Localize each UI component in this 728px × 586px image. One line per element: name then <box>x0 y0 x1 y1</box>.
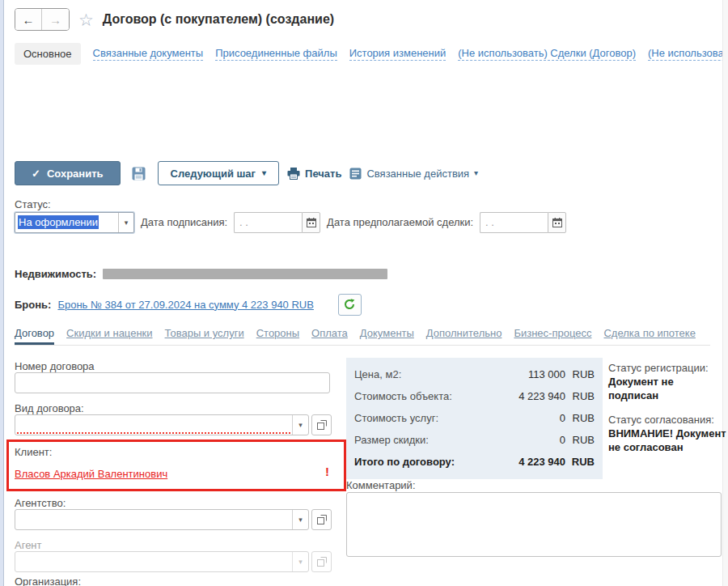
status-field-label: Статус: <box>15 198 51 210</box>
booking-row: Бронь: Бронь № 384 от 27.09.2024 на сумм… <box>15 293 362 316</box>
property-redacted-link[interactable] <box>103 269 387 279</box>
agent-open-button <box>311 551 332 572</box>
status-selected-value: На оформлении <box>18 215 99 229</box>
signing-date-label: Дата подписания: <box>141 216 227 228</box>
command-bar: ✓ Сохранить Следующий шаг ▾ <box>15 161 478 185</box>
tab-main[interactable]: Основное <box>15 43 81 65</box>
header: ← → ☆ Договор (с покупателем) (создание) <box>15 8 334 31</box>
tab-related-documents[interactable]: Связанные документы <box>93 47 204 61</box>
registration-status-label: Статус регистрации: <box>608 361 726 375</box>
summary-label: Стоимость объекта: <box>354 390 502 402</box>
related-actions-button[interactable]: Связанные действия ▾ <box>349 168 478 180</box>
price-summary-panel: Цена, м2: 113 000 RUB Стоимость объекта:… <box>346 358 603 479</box>
agency-open-button[interactable] <box>311 509 332 530</box>
expected-deal-date-calendar-button[interactable] <box>548 212 566 233</box>
document-statuses: Статус регистрации: Документ не подписан… <box>608 361 726 465</box>
tab-contract[interactable]: Договор <box>15 327 54 345</box>
related-actions-label: Связанные действия <box>366 168 469 180</box>
comment-label: Комментарий: <box>346 479 416 491</box>
forward-button[interactable]: → <box>42 9 69 30</box>
contract-type-open-button[interactable] <box>311 414 332 435</box>
chevron-down-icon[interactable]: ▾ <box>118 213 133 232</box>
next-step-label: Следующий шаг <box>171 168 256 180</box>
booking-label: Бронь: <box>15 299 51 311</box>
forward-arrow-icon: → <box>49 13 61 27</box>
calendar-icon <box>552 218 562 227</box>
summary-currency: RUB <box>565 456 595 468</box>
chevron-down-icon[interactable]: ▾ <box>292 415 308 435</box>
agency-label: Агентство: <box>15 497 66 509</box>
property-row: Недвижимость: <box>15 268 387 280</box>
chevron-down-icon: ▾ <box>474 169 478 177</box>
expected-deal-date-input[interactable]: . . <box>480 212 548 233</box>
favorite-star-icon[interactable]: ☆ <box>78 11 94 28</box>
tab-documents[interactable]: Документы <box>360 327 414 345</box>
summary-label: Стоимость услуг: <box>354 412 502 424</box>
vertical-scrollbar[interactable] <box>722 0 728 586</box>
chevron-down-icon[interactable]: ▾ <box>292 510 308 529</box>
summary-value: 0 <box>502 434 565 446</box>
calendar-icon <box>307 218 316 227</box>
agent-input: ▾ <box>15 551 309 572</box>
tab-do-not-use[interactable]: (Не использовать) <box>648 47 722 61</box>
back-button[interactable]: ← <box>15 9 42 30</box>
agent-field: ▾ <box>15 551 332 572</box>
contract-number-input[interactable] <box>15 372 330 393</box>
summary-row: Стоимость объекта: 4 223 940 RUB <box>354 385 595 407</box>
tab-goods-services[interactable]: Товары и услуги <box>165 327 244 345</box>
summary-label: Цена, м2: <box>354 368 502 380</box>
status-select[interactable]: На оформлении ▾ <box>15 212 134 233</box>
expected-deal-date-group: . . <box>480 212 566 233</box>
save-button[interactable]: ✓ Сохранить <box>15 161 121 185</box>
tab-parties[interactable]: Стороны <box>256 327 299 345</box>
print-label: Печать <box>305 168 341 180</box>
signing-date-input[interactable]: . . <box>234 212 302 233</box>
booking-link[interactable]: Бронь № 384 от 27.09.2024 на сумму 4 223… <box>57 299 314 311</box>
open-form-icon <box>317 515 327 524</box>
related-actions-icon <box>349 168 362 180</box>
contract-type-input[interactable]: ▾ <box>15 414 309 435</box>
summary-row: Размер скидки: 0 RUB <box>354 429 595 451</box>
chevron-down-icon: ▾ <box>262 169 266 177</box>
comment-textarea[interactable] <box>346 492 722 557</box>
floppy-disk-icon <box>132 167 146 180</box>
contract-type-label: Вид договора: <box>15 402 84 414</box>
tab-business-process[interactable]: Бизнес-процесс <box>514 327 591 345</box>
summary-value: 0 <box>502 412 565 424</box>
summary-currency: RUB <box>565 412 595 424</box>
signing-date-group: . . <box>234 212 320 233</box>
contract-number-label: Номер договора <box>15 360 95 372</box>
summary-currency: RUB <box>565 368 595 380</box>
tab-deals-contract[interactable]: (Не использовать) Сделки (Договор) <box>458 47 636 61</box>
approval-status-label: Статус согласования: <box>608 413 726 427</box>
quick-save-button[interactable] <box>129 163 150 184</box>
status-controls-row: На оформлении ▾ Дата подписания: . . <box>15 211 566 233</box>
agent-label: Агент <box>15 539 42 551</box>
agency-input[interactable]: ▾ <box>15 509 309 530</box>
contract-form-window: ← → ☆ Договор (с покупателем) (создание)… <box>0 0 728 586</box>
registration-status-value: Документ не подписан <box>608 375 726 402</box>
refresh-booking-button[interactable] <box>338 294 362 316</box>
signing-date-calendar-button[interactable] <box>302 212 320 233</box>
next-step-button[interactable]: Следующий шаг ▾ <box>158 161 280 185</box>
approval-status-value: ВНИМАНИЕ! Документ не согласован <box>608 427 726 454</box>
summary-label: Итого по договору: <box>354 456 502 468</box>
tab-mortgage-deal[interactable]: Сделка по ипотеке <box>603 327 695 345</box>
chevron-down-icon: ▾ <box>292 552 308 571</box>
client-label: Клиент: <box>15 446 52 458</box>
tab-discounts[interactable]: Скидки и наценки <box>66 327 152 345</box>
agency-field: ▾ <box>15 509 332 530</box>
property-label: Недвижимость: <box>15 268 96 280</box>
tab-change-history[interactable]: История изменений <box>349 47 447 61</box>
client-link[interactable]: Власов Аркадий Валентинович <box>15 468 167 480</box>
summary-value: 113 000 <box>502 368 565 380</box>
history-nav-group: ← → <box>15 8 70 31</box>
expected-deal-date-label: Дата предполагаемой сделки: <box>327 216 473 228</box>
page-title: Договор (с покупателем) (создание) <box>103 12 334 27</box>
print-button[interactable]: Печать <box>287 168 341 180</box>
printer-icon <box>287 168 300 180</box>
tab-payment[interactable]: Оплата <box>311 327 348 345</box>
tab-attached-files[interactable]: Присоединенные файлы <box>215 47 337 61</box>
summary-row: Стоимость услуг: 0 RUB <box>354 407 595 429</box>
tab-additional[interactable]: Дополнительно <box>426 327 502 345</box>
